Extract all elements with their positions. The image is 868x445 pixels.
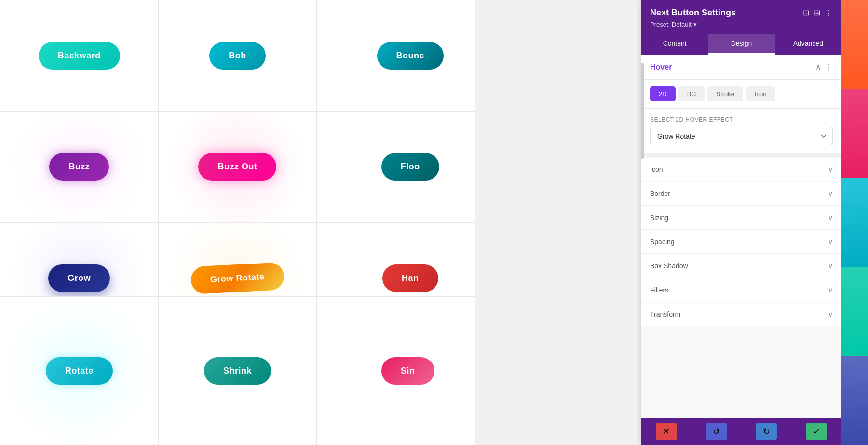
icon-section-title: Icon	[650, 166, 663, 173]
restore-button[interactable]: ↻	[756, 423, 777, 440]
transform-section-title: Transform	[650, 310, 680, 318]
side-buttons-column	[841, 0, 868, 445]
side-btn-blue[interactable]	[841, 356, 868, 445]
tab-advanced[interactable]: Advanced	[775, 34, 841, 55]
btn-hand[interactable]: Han	[382, 264, 438, 292]
border-section-header[interactable]: Border ∨	[641, 182, 841, 205]
btn-buzz[interactable]: Buzz	[49, 153, 109, 181]
btn-sink[interactable]: Sin	[381, 357, 434, 385]
cancel-button[interactable]: ✕	[656, 423, 677, 440]
panel-header: Next Button Settings ⊡ ⊞ ⋮ Preset: Defau…	[641, 0, 841, 34]
hover-section-header: Hover ∧ ⋮	[641, 55, 841, 80]
side-btn-pink[interactable]	[841, 89, 868, 178]
sizing-section-title: Sizing	[650, 214, 668, 222]
border-chevron: ∨	[828, 190, 833, 197]
side-btn-teal[interactable]	[841, 267, 868, 356]
btn-rotate[interactable]: Rotate	[46, 357, 113, 385]
box-shadow-section-header[interactable]: Box Shadow ∨	[641, 254, 841, 278]
btn-backward[interactable]: Backward	[39, 42, 120, 70]
grid-cell-rotate: Rotate	[0, 297, 158, 445]
hover-section-title: Hover	[650, 63, 672, 71]
transform-section: Transform ∨	[641, 303, 841, 326]
grid-cell-flood: Floo	[317, 111, 475, 223]
hover-effect-label: Select 2D Hover Effect	[650, 116, 833, 123]
sizing-chevron: ∨	[828, 214, 833, 222]
filters-chevron: ∨	[828, 286, 833, 294]
panel-more-icon[interactable]: ⋮	[825, 8, 833, 17]
grid-cell-bounce: Bounc	[317, 0, 475, 111]
grid-row-5: Rotate Shrink Sin	[0, 296, 475, 445]
sub-tab-2d[interactable]: 2D	[650, 86, 676, 101]
panel-title: Next Button Settings	[650, 8, 736, 18]
hover-section-controls: ∧ ⋮	[815, 62, 833, 71]
grid-cell-sink: Sin	[317, 297, 475, 445]
scrollbar-thumb[interactable]	[641, 63, 644, 159]
transform-section-header[interactable]: Transform ∨	[641, 303, 841, 326]
btn-buzz-out[interactable]: Buzz Out	[198, 153, 276, 181]
filters-section: Filters ∨	[641, 278, 841, 302]
sub-tab-icon[interactable]: Icon	[746, 86, 775, 101]
panel-tabs: Content Design Advanced	[641, 34, 841, 55]
border-section: Border ∨	[641, 182, 841, 206]
side-btn-orange[interactable]	[841, 0, 868, 89]
hover-effect-select-group: Select 2D Hover Effect Grow Rotate None …	[641, 109, 841, 153]
tab-content[interactable]: Content	[641, 34, 708, 55]
sub-tab-stroke[interactable]: Stroke	[707, 86, 743, 101]
spacer-1	[641, 153, 841, 157]
panel-screenshot-icon[interactable]: ⊡	[803, 8, 809, 17]
confirm-button[interactable]: ✓	[806, 423, 827, 440]
border-section-title: Border	[650, 190, 670, 197]
spacing-section-header[interactable]: Spacing ∨	[641, 230, 841, 253]
panel-body: Hover ∧ ⋮ 2D BG Stroke Icon Select 2D Ho…	[641, 55, 841, 445]
hover-collapse-icon[interactable]: ∧	[815, 62, 821, 71]
grid-cell-buzz-out: Buzz Out	[158, 111, 316, 223]
btn-grow-rotate[interactable]: Grow Rotate	[190, 262, 285, 294]
grid-cell-bob: Bob	[158, 0, 316, 111]
spacing-section: Spacing ∨	[641, 230, 841, 254]
icon-section: Icon ∨	[641, 158, 841, 181]
btn-grow[interactable]: Grow	[48, 264, 110, 292]
spacing-section-title: Spacing	[650, 238, 675, 246]
grid-cell-buzz: Buzz	[0, 111, 158, 223]
box-shadow-section-title: Box Shadow	[650, 262, 688, 270]
action-bar: ✕ ↺ ↻ ✓	[641, 418, 841, 445]
side-btn-cyan[interactable]	[841, 178, 868, 267]
box-shadow-section: Box Shadow ∨	[641, 254, 841, 278]
icon-chevron: ∨	[828, 166, 833, 173]
sizing-section: Sizing ∨	[641, 206, 841, 230]
btn-bounce[interactable]: Bounc	[377, 42, 444, 70]
spacing-chevron: ∨	[828, 238, 833, 246]
btn-shrink[interactable]: Shrink	[204, 357, 271, 385]
hover-effect-select[interactable]: Grow Rotate None Grow Shrink Pulse Float…	[650, 127, 833, 145]
grid-cell-shrink: Shrink	[158, 297, 316, 445]
btn-flood[interactable]: Floo	[381, 153, 439, 181]
panel-title-icons: ⊡ ⊞ ⋮	[803, 8, 833, 17]
hover-more-icon[interactable]: ⋮	[825, 62, 833, 71]
tab-design[interactable]: Design	[708, 34, 774, 55]
box-shadow-chevron: ∨	[828, 262, 833, 270]
panel-title-row: Next Button Settings ⊡ ⊞ ⋮	[650, 8, 833, 18]
sizing-section-header[interactable]: Sizing ∨	[641, 206, 841, 229]
reset-button[interactable]: ↺	[706, 423, 727, 440]
panel-layout-icon[interactable]: ⊞	[814, 8, 820, 17]
sub-tab-bg[interactable]: BG	[678, 86, 705, 101]
panel-preset[interactable]: Preset: Default ▾	[650, 21, 833, 28]
grid-cell-backward: Backward	[0, 0, 158, 111]
filters-section-header[interactable]: Filters ∨	[641, 278, 841, 302]
btn-bob[interactable]: Bob	[209, 42, 266, 70]
settings-panel: Next Button Settings ⊡ ⊞ ⋮ Preset: Defau…	[641, 0, 841, 445]
hover-sub-tabs: 2D BG Stroke Icon	[641, 80, 841, 109]
icon-section-header[interactable]: Icon ∨	[641, 158, 841, 181]
filters-section-title: Filters	[650, 286, 668, 294]
transform-chevron: ∨	[828, 310, 833, 318]
